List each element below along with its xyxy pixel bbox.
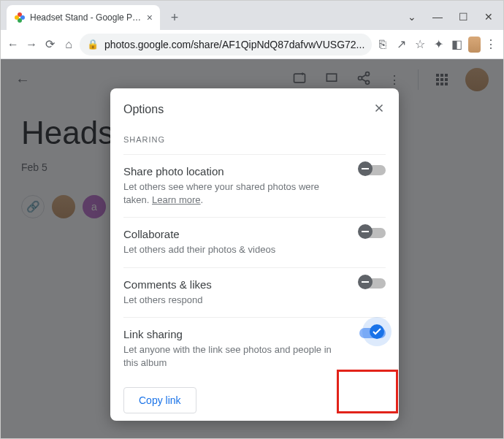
setting-desc: Let others see where your shared photos … — [123, 180, 386, 207]
setting-title: Comments & likes — [123, 278, 386, 291]
url-text: photos.google.com/share/AF1QipNdQ87dafvw… — [104, 39, 364, 50]
dialog-body[interactable]: Sharing Share photo location Let others … — [110, 126, 399, 421]
dialog-title: Options — [123, 103, 164, 116]
learn-more-link[interactable]: Learn more — [152, 194, 200, 205]
toggle-share-location[interactable] — [359, 165, 386, 175]
setting-comments-likes: Comments & likes Let others respond — [123, 267, 386, 317]
lock-icon: 🔒 — [87, 39, 99, 50]
browser-toolbar: ← → ⟳ ⌂ 🔒 photos.google.com/share/AF1Qip… — [1, 30, 503, 59]
setting-desc: Let anyone with the link see photos and … — [123, 343, 386, 370]
close-window-icon[interactable]: ✕ — [484, 11, 493, 23]
setting-title: Link sharing — [123, 328, 386, 340]
setting-desc: Let others respond — [123, 294, 386, 307]
maximize-icon[interactable]: ☐ — [459, 11, 468, 23]
url-bar[interactable]: 🔒 photos.google.com/share/AF1QipNdQ87daf… — [80, 34, 372, 56]
options-dialog: Options Sharing Share photo location Let… — [110, 88, 399, 421]
extensions-icon[interactable]: ✦ — [431, 34, 446, 55]
minimize-icon[interactable]: — — [432, 11, 443, 23]
copy-link-button[interactable]: Copy link — [123, 387, 196, 413]
browser-tab[interactable]: Headset Stand - Google Photos × — [7, 5, 160, 30]
forward-button[interactable]: → — [23, 34, 39, 55]
google-photos-favicon — [14, 12, 26, 23]
browser-titlebar: Headset Stand - Google Photos × + ⌄ — ☐ … — [1, 1, 503, 30]
home-button[interactable]: ⌂ — [61, 34, 76, 55]
bookmark-star-icon[interactable]: ☆ — [412, 34, 427, 55]
kebab-menu-icon[interactable]: ⋮ — [484, 34, 499, 55]
setting-collaborate: Collaborate Let others add their photos … — [123, 217, 386, 267]
setting-title: Collaborate — [123, 228, 386, 240]
setting-title: Share photo location — [123, 165, 386, 177]
toggle-comments-likes[interactable] — [359, 278, 386, 289]
profile-avatar-icon[interactable] — [468, 37, 481, 53]
install-app-icon[interactable]: ⎘ — [375, 34, 390, 55]
close-dialog-icon[interactable] — [373, 102, 386, 118]
setting-desc: Let others add their photos & videos — [123, 243, 386, 256]
svg-point-3 — [15, 15, 19, 20]
page-content: ← ⋮ Headset Stand Feb 5 🔗 a — [1, 59, 503, 439]
section-label-sharing: Sharing — [123, 135, 386, 144]
side-panel-icon[interactable]: ◧ — [449, 34, 465, 55]
reload-button[interactable]: ⟳ — [42, 34, 58, 55]
tab-title: Headset Stand - Google Photos — [30, 12, 142, 23]
new-tab-button[interactable]: + — [164, 7, 185, 28]
toggle-link-sharing[interactable] — [359, 328, 386, 338]
back-button[interactable]: ← — [5, 34, 20, 55]
share-url-icon[interactable]: ↗ — [394, 34, 409, 55]
window-controls: ⌄ — ☐ ✕ — [408, 11, 503, 23]
setting-link-sharing: Link sharing Let anyone with the link se… — [123, 317, 386, 380]
setting-share-location: Share photo location Let others see wher… — [123, 154, 386, 217]
chevron-down-icon[interactable]: ⌄ — [408, 11, 416, 23]
dialog-header: Options — [110, 88, 399, 126]
toggle-collaborate[interactable] — [359, 228, 386, 238]
tab-close-icon[interactable]: × — [147, 12, 153, 23]
